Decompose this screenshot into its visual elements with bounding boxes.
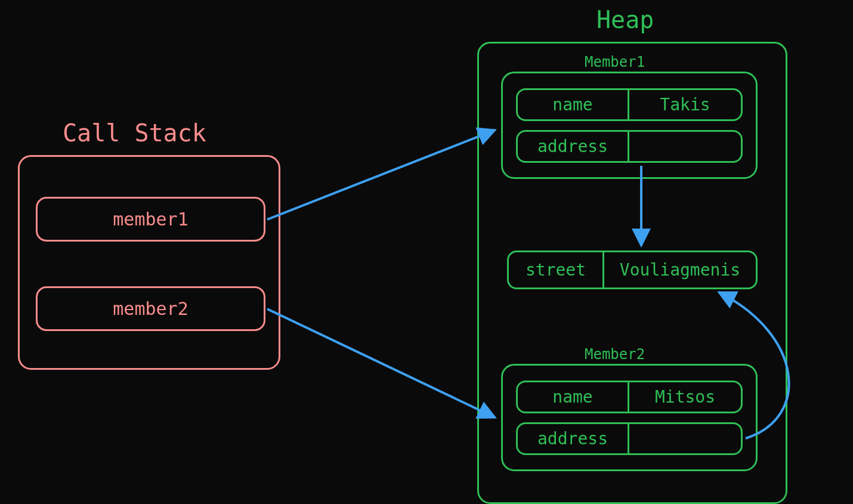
member2-object [501,364,758,471]
member1-name-row: name Takis [516,88,743,121]
heap-title: Heap [597,6,654,33]
stack-var-member1: member1 [36,197,265,242]
member2-label: Member2 [585,346,645,363]
call-stack-title: Call Stack [63,119,206,147]
member2-address-key: address [518,424,629,453]
member1-object [501,72,758,179]
member1-address-row: address [516,130,743,163]
member1-address-key: address [518,132,629,161]
street-row: street Vouliagmenis [507,251,758,289]
member2-address-row: address [516,422,743,455]
street-value: Vouliagmenis [604,252,756,287]
member2-name-key: name [518,382,629,412]
stack-var-member2: member2 [36,286,265,331]
memory-diagram: Call Stack member1 member2 Heap Member1 … [0,0,853,504]
member1-label: Member1 [585,54,645,70]
arrow-member1 [267,130,495,219]
call-stack-box [18,155,280,370]
member2-name-row: name Mitsos [516,381,743,413]
member2-name-value: Mitsos [629,382,741,412]
member2-address-value [629,424,741,453]
member1-address-value [629,132,741,161]
arrow-member2 [267,309,495,418]
member1-name-key: name [518,90,629,119]
member1-name-value: Takis [629,90,741,119]
street-key: street [509,252,604,287]
